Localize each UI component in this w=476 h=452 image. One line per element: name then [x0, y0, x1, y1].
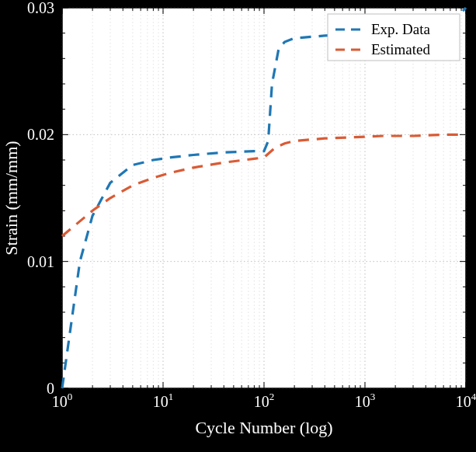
x-tick-label: 101 [153, 391, 174, 410]
legend-label: Exp. Data [371, 21, 431, 37]
chart-svg: Exp. DataEstimated 00.010.020.03 1001011… [0, 0, 476, 452]
x-tick-label: 102 [254, 391, 275, 410]
x-tick-label: 100 [52, 391, 73, 410]
legend: Exp. DataEstimated [328, 14, 460, 61]
x-tick-label: 103 [355, 391, 376, 410]
x-axis-label: Cycle Number (log) [195, 418, 332, 437]
x-tick-labels: 100101102103104 [52, 391, 476, 410]
plot-area [62, 8, 466, 388]
chart-container: Exp. DataEstimated 00.010.020.03 1001011… [0, 0, 476, 452]
legend-label: Estimated [371, 41, 430, 57]
y-tick-label: 0.03 [27, 0, 54, 16]
y-axis-label: Strain (mm/mm) [2, 141, 21, 255]
y-tick-labels: 00.010.020.03 [27, 0, 54, 397]
y-tick-label: 0.01 [27, 253, 54, 270]
y-tick-label: 0.02 [27, 126, 54, 143]
x-tick-label: 104 [456, 391, 476, 410]
